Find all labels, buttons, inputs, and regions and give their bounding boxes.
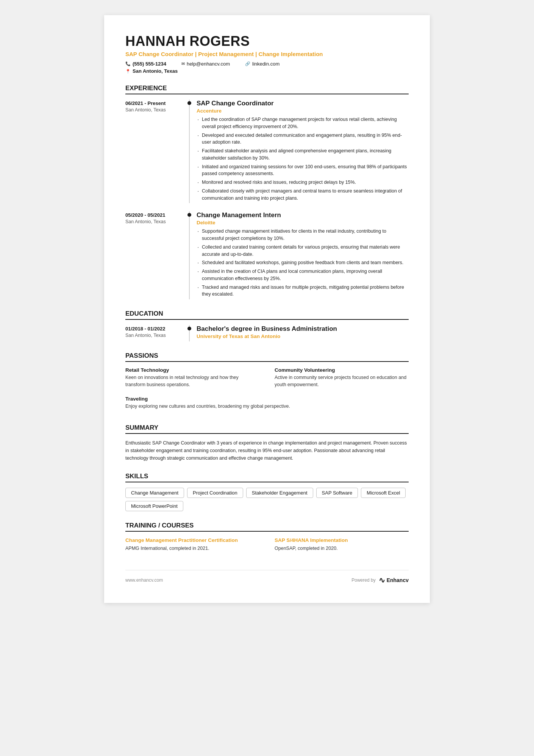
location-text: San Antonio, Texas — [133, 68, 178, 74]
contact-row: (555) 555-1234 help@enhancv.com linkedin… — [125, 61, 409, 67]
bullet-1-3: Initiated and organized training session… — [197, 163, 409, 178]
bullet-1-5: Collaborated closely with project manage… — [197, 188, 409, 202]
exp-role-1: SAP Change Coordinator — [197, 100, 409, 107]
passion-item-2: Traveling Enjoy exploring new cultures a… — [125, 396, 409, 410]
training-section: TRAINING / COURSES Change Management Pra… — [125, 522, 409, 551]
exp-company-2: Deloitte — [197, 220, 409, 225]
summary-section: SUMMARY Enthusiastic SAP Change Coordina… — [125, 424, 409, 462]
exp-date-2: 05/2020 - 05/2021 — [125, 212, 189, 218]
email-icon — [181, 61, 185, 66]
training-item-0: Change Management Practitioner Certifica… — [125, 537, 259, 551]
exp-left-1: 06/2021 - Present San Antonio, Texas — [125, 100, 189, 203]
footer: www.enhancv.com Powered by ∿ Enhancv — [125, 570, 409, 585]
exp-location-2: San Antonio, Texas — [125, 219, 189, 224]
location: San Antonio, Texas — [125, 68, 409, 74]
bullet-1-1: Developed and executed detailed communic… — [197, 132, 409, 146]
exp-right-2: Change Management Intern Deloitte Suppor… — [197, 211, 409, 299]
training-grid: Change Management Practitioner Certifica… — [125, 537, 409, 551]
education-item-1: 01/2018 - 01/2022 San Antonio, Texas Bac… — [125, 325, 409, 341]
skill-3: SAP Software — [316, 488, 358, 498]
exp-date-1: 06/2021 - Present — [125, 100, 189, 106]
experience-section: EXPERIENCE 06/2021 - Present San Antonio… — [125, 85, 409, 299]
passion-desc-1: Active in community service projects foc… — [275, 374, 409, 388]
exp-company-1: Accenture — [197, 108, 409, 114]
bullet-1-2: Facilitated stakeholder analysis and ali… — [197, 147, 409, 162]
exp-divider-2 — [189, 211, 190, 299]
footer-website: www.enhancv.com — [125, 578, 163, 583]
candidate-name: HANNAH ROGERS — [125, 33, 409, 49]
edu-date-1: 01/2018 - 01/2022 — [125, 326, 189, 332]
edu-left-1: 01/2018 - 01/2022 San Antonio, Texas — [125, 325, 189, 341]
phone-contact: (555) 555-1234 — [125, 61, 166, 67]
bullet-2-2: Scheduled and facilitated workshops, gai… — [197, 259, 409, 266]
skills-grid: Change Management Project Coordination S… — [125, 488, 409, 511]
skill-1: Project Coordination — [187, 488, 243, 498]
skills-section: SKILLS Change Management Project Coordin… — [125, 473, 409, 511]
training-detail-1: OpenSAP, completed in 2020. — [275, 546, 409, 551]
experience-item-2: 05/2020 - 05/2021 San Antonio, Texas Cha… — [125, 211, 409, 299]
passion-title-0: Retail Technology — [125, 367, 259, 373]
bullet-2-1: Collected and curated training content d… — [197, 244, 409, 258]
candidate-title: SAP Change Coordinator | Project Managem… — [125, 51, 409, 57]
passion-desc-2: Enjoy exploring new cultures and countri… — [125, 403, 409, 410]
exp-bullets-2: Supported change management initiatives … — [197, 228, 409, 298]
training-title-1: SAP S/4HANA Implementation — [275, 537, 409, 544]
email-address: help@enhancv.com — [187, 61, 230, 67]
passion-desc-0: Keen on innovations in retail technology… — [125, 374, 259, 388]
education-section: EDUCATION 01/2018 - 01/2022 San Antonio,… — [125, 310, 409, 341]
bullet-2-3: Assisted in the creation of CIA plans an… — [197, 268, 409, 282]
experience-section-title: EXPERIENCE — [125, 85, 409, 94]
edu-right-1: Bachelor's degree in Business Administra… — [197, 325, 409, 341]
enhancv-brand: ∿ Enhancv — [379, 576, 409, 585]
skill-5: Microsoft PowerPoint — [125, 501, 183, 511]
training-section-title: TRAINING / COURSES — [125, 522, 409, 532]
passion-item-0: Retail Technology Keen on innovations in… — [125, 367, 259, 388]
edu-degree-1: Bachelor's degree in Business Administra… — [197, 325, 409, 333]
passions-section: PASSIONS Retail Technology Keen on innov… — [125, 352, 409, 413]
exp-left-2: 05/2020 - 05/2021 San Antonio, Texas — [125, 211, 189, 299]
experience-item-1: 06/2021 - Present San Antonio, Texas SAP… — [125, 100, 409, 203]
passion-title-2: Traveling — [125, 396, 409, 402]
phone-number: (555) 555-1234 — [133, 61, 166, 67]
resume-container: HANNAH ROGERS SAP Change Coordinator | P… — [104, 15, 430, 603]
exp-location-1: San Antonio, Texas — [125, 107, 189, 113]
footer-powered: Powered by ∿ Enhancv — [351, 576, 409, 585]
education-section-title: EDUCATION — [125, 310, 409, 320]
passion-item-1: Community Volunteering Active in communi… — [275, 367, 409, 388]
passions-grid: Retail Technology Keen on innovations in… — [125, 367, 409, 413]
exp-right-1: SAP Change Coordinator Accenture Led the… — [197, 100, 409, 203]
location-icon — [125, 68, 131, 74]
bullet-2-0: Supported change management initiatives … — [197, 228, 409, 242]
training-item-1: SAP S/4HANA Implementation OpenSAP, comp… — [275, 537, 409, 551]
header: HANNAH ROGERS SAP Change Coordinator | P… — [125, 33, 409, 74]
linkedin-contact: linkedin.com — [245, 61, 279, 67]
phone-icon — [125, 61, 131, 66]
summary-text: Enthusiastic SAP Change Coordinator with… — [125, 439, 409, 462]
linkedin-url: linkedin.com — [252, 61, 279, 67]
edu-location-1: San Antonio, Texas — [125, 333, 189, 338]
email-contact: help@enhancv.com — [181, 61, 230, 67]
passion-title-1: Community Volunteering — [275, 367, 409, 373]
brand-name: Enhancv — [387, 577, 409, 583]
exp-bullets-1: Led the coordination of SAP change manag… — [197, 116, 409, 202]
edu-institution-1: University of Texas at San Antonio — [197, 333, 409, 339]
bullet-2-4: Tracked and managed risks and issues for… — [197, 284, 409, 298]
powered-by-label: Powered by — [351, 578, 375, 583]
exp-role-2: Change Management Intern — [197, 211, 409, 219]
link-icon — [245, 61, 250, 66]
summary-section-title: SUMMARY — [125, 424, 409, 434]
skill-0: Change Management — [125, 488, 184, 498]
skill-2: Stakeholder Engagement — [246, 488, 313, 498]
training-detail-0: APMG International, completed in 2021. — [125, 546, 259, 551]
exp-divider-1 — [189, 100, 190, 203]
training-title-0: Change Management Practitioner Certifica… — [125, 537, 259, 544]
enhancv-icon: ∿ — [379, 576, 385, 585]
edu-divider-1 — [189, 325, 190, 341]
skills-section-title: SKILLS — [125, 473, 409, 482]
bullet-1-0: Led the coordination of SAP change manag… — [197, 116, 409, 130]
skill-4: Microsoft Excel — [361, 488, 406, 498]
passions-section-title: PASSIONS — [125, 352, 409, 362]
bullet-1-4: Monitored and resolved risks and issues,… — [197, 179, 409, 186]
